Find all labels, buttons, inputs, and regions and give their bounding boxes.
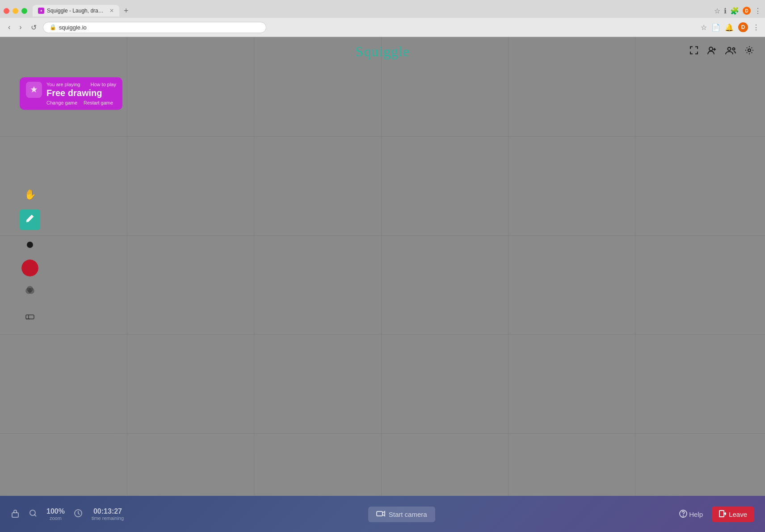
url-bar[interactable]: 🔒 squiggle.io <box>43 22 266 33</box>
tab-close-button[interactable]: ✕ <box>109 8 114 14</box>
start-camera-button[interactable]: Start camera <box>368 507 435 522</box>
reader-icon[interactable]: 📄 <box>711 23 720 32</box>
svg-point-3 <box>748 49 751 52</box>
left-toolbar: ✋ <box>20 184 40 327</box>
traffic-light-yellow[interactable] <box>13 8 18 14</box>
svg-rect-11 <box>377 511 382 516</box>
you-are-playing-label: You are playing <box>46 82 80 87</box>
blend-icon <box>25 285 35 297</box>
hand-icon: ✋ <box>24 189 36 201</box>
zoom-display: 100% zoom <box>46 507 65 521</box>
group-icon[interactable] <box>725 46 736 58</box>
top-right-icons <box>689 46 754 58</box>
game-panel: You are playing How to play Free drawing… <box>20 77 122 110</box>
browser-menu-icon[interactable]: ⋮ <box>752 23 760 32</box>
camera-icon <box>376 510 385 519</box>
zoom-label: zoom <box>50 515 62 521</box>
blend-tool-button[interactable] <box>20 281 40 302</box>
svg-point-2 <box>733 48 735 50</box>
traffic-light-green[interactable] <box>21 8 27 14</box>
size-tool-button[interactable] <box>20 235 40 255</box>
bottom-bar: 100% zoom 00:13:27 time remaining St <box>0 496 765 532</box>
leave-button[interactable]: Leave <box>712 507 754 522</box>
color-swatch-icon <box>21 260 38 276</box>
help-icon <box>679 510 687 519</box>
grid-overlay <box>0 37 765 532</box>
back-button[interactable]: ‹ <box>5 22 13 32</box>
hand-tool-button[interactable]: ✋ <box>20 184 40 205</box>
forward-button[interactable]: › <box>17 22 24 32</box>
browser-right-icons: ☆ 📄 🔔 D ⋮ <box>701 22 760 32</box>
leave-icon <box>719 510 726 519</box>
lock-icon: 🔒 <box>50 24 56 30</box>
zoom-value: 100% <box>46 507 65 515</box>
zoom-icon[interactable] <box>29 509 38 520</box>
time-label: time remaining <box>92 515 124 521</box>
svg-rect-7 <box>26 315 34 319</box>
app-logo: Squiggle <box>355 43 410 60</box>
svg-point-1 <box>728 47 731 50</box>
new-tab-button[interactable]: + <box>121 6 131 16</box>
refresh-button[interactable]: ↺ <box>28 22 39 33</box>
pen-icon <box>25 214 35 226</box>
panel-logo-box <box>26 82 42 98</box>
bookmark-icon[interactable]: ☆ <box>714 7 720 15</box>
how-to-play-button[interactable]: How to play <box>91 82 116 87</box>
notification-icon[interactable]: 🔔 <box>725 23 734 32</box>
svg-point-0 <box>709 47 713 51</box>
change-game-button[interactable]: Change game <box>46 100 77 105</box>
fullscreen-icon[interactable] <box>689 46 699 58</box>
menu-icon[interactable]: ⋮ <box>754 7 761 15</box>
lock-bottom-icon[interactable] <box>11 508 20 520</box>
restart-game-button[interactable]: Restart game <box>84 100 113 105</box>
svg-rect-8 <box>12 513 18 517</box>
address-bar: ‹ › ↺ 🔒 squiggle.io ☆ 📄 🔔 D ⋮ <box>0 18 765 37</box>
help-button[interactable]: Help <box>679 510 703 519</box>
browser-tab[interactable]: ✦ Squiggle - Laugh, draw and pl... ✕ <box>33 5 119 17</box>
eraser-tool-button[interactable] <box>20 306 40 327</box>
settings-icon[interactable] <box>744 46 754 58</box>
help-label: Help <box>689 511 703 518</box>
eraser-icon <box>25 310 35 323</box>
time-value: 00:13:27 <box>93 507 122 515</box>
size-dot-icon <box>27 242 33 248</box>
info-icon[interactable]: ℹ <box>724 7 727 15</box>
svg-point-6 <box>27 286 33 292</box>
timer-display: 00:13:27 time remaining <box>92 507 124 521</box>
color-tool-button[interactable] <box>21 260 38 276</box>
clock-icon <box>74 509 83 520</box>
app-container: Squiggle <box>0 37 765 532</box>
tab-title: Squiggle - Laugh, draw and pl... <box>47 8 105 14</box>
add-user-icon[interactable] <box>707 46 717 58</box>
traffic-light-red[interactable] <box>4 8 9 14</box>
leave-label: Leave <box>729 511 747 518</box>
svg-point-13 <box>683 515 684 516</box>
url-text: squiggle.io <box>59 24 87 31</box>
star-icon[interactable]: ☆ <box>701 23 707 32</box>
tab-favicon: ✦ <box>38 8 44 14</box>
user-avatar[interactable]: D <box>738 22 748 32</box>
svg-rect-14 <box>719 511 724 517</box>
top-bar: Squiggle <box>0 37 765 66</box>
extensions-icon[interactable]: 🧩 <box>730 7 739 15</box>
game-title: Free drawing <box>46 88 116 98</box>
profile-icon[interactable]: D <box>743 7 751 15</box>
start-camera-label: Start camera <box>389 511 427 518</box>
pen-tool-button[interactable] <box>20 209 40 230</box>
